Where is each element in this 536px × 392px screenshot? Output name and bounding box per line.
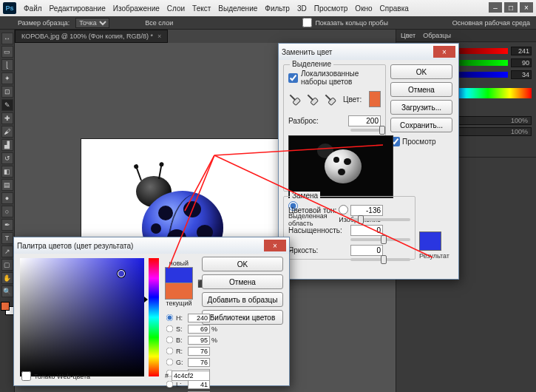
eyedropper-minus-icon[interactable] [322,91,339,108]
hue-slider[interactable] [350,218,410,221]
menu-help[interactable]: Справка [380,4,409,13]
save-button[interactable]: Сохранить... [390,118,452,132]
menu-layers[interactable]: Слои [167,4,185,13]
workspace-label[interactable]: Основная рабочая среда [452,19,530,27]
radio-s[interactable] [166,325,174,333]
new-color-swatch[interactable] [165,267,193,283]
val-r[interactable] [188,347,210,356]
web-only-label: Только Web-цвета [34,373,90,380]
menu-3d[interactable]: 3D [297,4,307,13]
type-tool[interactable]: T [1,232,13,244]
val-s[interactable] [188,325,210,334]
hand-tool[interactable]: ✋ [1,272,13,284]
val-l[interactable] [188,380,210,389]
toolbar: ↔ ▭ ɭ ✦ ⊡ ✎ ✚ 🖌 ▟ ↺ ◧ ▤ ● ○ ✒ T ↗ ▢ ✋ 🔍 [0,30,15,392]
path-tool[interactable]: ↗ [1,246,13,257]
menu-file[interactable]: Файл [24,4,42,13]
sample-size-select[interactable]: Точка [75,18,109,28]
g-value[interactable]: 90 [511,58,532,67]
tab-color[interactable]: Цвет [401,32,415,39]
opacity-value[interactable]: 100% [511,117,528,124]
picker-close-button[interactable]: × [264,240,286,251]
stamp-tool[interactable]: ▟ [1,139,13,151]
sampling-label: Все слои [145,19,173,27]
lasso-tool[interactable]: ɭ [1,59,13,71]
gradient-tool[interactable]: ▤ [1,179,13,191]
val-h[interactable] [188,314,210,322]
replace-button-column: OK Отмена Загрузить... Сохранить... Прос… [390,64,452,146]
crop-tool[interactable]: ⊡ [1,86,13,98]
eyedropper-tool[interactable]: ✎ [1,99,13,111]
close-button[interactable]: × [520,2,533,13]
menu-text[interactable]: Текст [192,4,211,13]
val-b[interactable] [188,336,210,345]
move-tool[interactable]: ↔ [1,33,13,44]
fuzz-slider[interactable] [350,129,381,132]
doc-tab[interactable]: КОРОВА.jpg @ 100% (Фон копия, RGB/8) * × [15,30,168,43]
close-tab-icon[interactable]: × [157,33,161,40]
hue-bar[interactable] [149,258,159,376]
menu-window[interactable]: Окно [355,4,372,13]
radio-b[interactable] [166,337,174,344]
maximize-button[interactable]: □ [504,2,518,13]
b-value[interactable]: 34 [511,70,532,79]
fuzz-value[interactable] [348,115,381,126]
color-field[interactable] [20,258,144,376]
lig-value[interactable] [350,245,383,256]
hex-value[interactable] [172,371,210,381]
local-clusters-checkbox[interactable] [288,73,298,83]
marquee-tool[interactable]: ▭ [1,46,13,58]
color-swatches[interactable] [1,302,14,315]
val-g[interactable] [188,358,210,367]
picker-titlebar[interactable]: Палитра цветов (цвет результата) × [14,237,289,254]
replace-close-button[interactable]: × [433,46,455,58]
radio-g[interactable] [166,359,174,366]
replace-color-dialog[interactable]: Заменить цвет × OK Отмена Загрузить... С… [278,43,459,280]
ok-button[interactable]: OK [390,64,452,79]
result-swatch[interactable] [419,232,441,251]
color-picker-dialog[interactable]: Палитра цветов (цвет результата) × новый… [13,237,290,386]
fill-value[interactable]: 100% [511,128,528,135]
menu-select[interactable]: Выделение [218,4,257,13]
menu-filter[interactable]: Фильтр [265,4,290,13]
web-only-checkbox[interactable] [21,371,31,381]
wand-tool[interactable]: ✦ [1,72,13,84]
menu-edit[interactable]: Редактирование [50,4,106,13]
shape-tool[interactable]: ▢ [1,259,13,271]
minimize-button[interactable]: – [489,2,502,13]
menu-image[interactable]: Изображение [113,4,160,13]
history-brush-tool[interactable]: ↺ [1,152,13,164]
hue-value[interactable] [350,205,383,216]
sat-slider[interactable] [350,238,410,241]
heal-tool[interactable]: ✚ [1,112,13,124]
dodge-tool[interactable]: ○ [1,206,13,217]
replace-titlebar[interactable]: Заменить цвет × [279,44,458,60]
r-value[interactable]: 241 [511,47,532,55]
eyedropper-plus-icon[interactable] [304,91,321,108]
menu-view[interactable]: Просмотр [314,4,348,13]
picker-ok-button[interactable]: OK [202,257,283,271]
sample-color-swatch[interactable] [369,91,381,107]
sat-value[interactable] [350,225,383,236]
current-color-swatch[interactable] [165,283,193,300]
picker-cancel-button[interactable]: Отмена [202,274,283,289]
radio-l[interactable] [166,381,174,388]
eyedropper-icon[interactable] [286,91,303,108]
cancel-button[interactable]: Отмена [390,82,452,97]
radio-r[interactable] [166,348,174,355]
blur-tool[interactable]: ● [1,192,13,204]
pen-tool[interactable]: ✒ [1,219,13,231]
zoom-tool[interactable]: 🔍 [1,285,13,297]
radio-h[interactable] [166,314,174,322]
brush-tool[interactable]: 🖌 [1,126,13,138]
tab-swatches[interactable]: Образцы [423,32,451,39]
fg-color-swatch[interactable] [1,302,10,311]
sat-label: Насыщенность: [288,226,346,234]
load-button[interactable]: Загрузить... [390,100,452,115]
lig-slider[interactable] [350,258,410,261]
show-ring-checkbox[interactable] [302,18,312,27]
eraser-tool[interactable]: ◧ [1,166,13,178]
doc-tab-title: КОРОВА.jpg @ 100% (Фон копия, RGB/8) * [21,33,153,40]
color-panel-tabs: Цвет Образцы [396,30,536,42]
add-swatch-button[interactable]: Добавить в образцы [202,292,283,307]
